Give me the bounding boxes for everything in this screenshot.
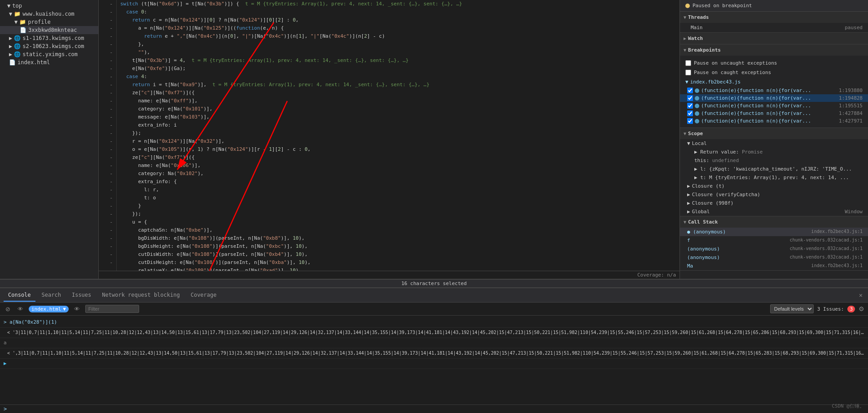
folder-icon: 🌐 (14, 43, 21, 49)
call-stack-header[interactable]: Call Stack (680, 216, 868, 228)
console-output-line-1: < ',3|11|0,7|11|1,10|11|5,14|11|7,25|11|… (0, 348, 868, 359)
paused-badge: Paused on breakpoint (680, 0, 868, 12)
scope-item-label: ▶ t: M {tryEntries: Array(1), prev: 4, n… (694, 175, 849, 180)
folder-icon: 🌐 (14, 51, 21, 57)
eye-button[interactable]: 👁 (16, 305, 25, 313)
bp-item-2[interactable]: (function(e){function n(n){for(var... 1:… (680, 102, 868, 110)
scope-closure-vc[interactable]: ▶ Closure (verifyCaptcha) (680, 190, 868, 199)
clear-console-button[interactable]: ⊘ (4, 305, 12, 313)
debugger-panel: Paused on breakpoint Threads Main paused… (679, 0, 868, 279)
code-line: ze["c"][Na("0xf7")]({ (120, 154, 676, 162)
scope-item-label: ▶ Return value: Promise (694, 149, 763, 155)
expand-icon: ▼ (7, 3, 10, 9)
folder-icon: 🌐 (14, 35, 21, 41)
bp-fn-1: (function(e){function n(n){for(var... (701, 95, 811, 101)
file-tree-item-index[interactable]: 📄 index.html (0, 58, 98, 66)
bp-check-1[interactable] (687, 95, 693, 101)
expand-icon: ▼ (9, 11, 12, 17)
bp-dot-2 (695, 104, 699, 108)
watch-chevron (684, 36, 686, 41)
file-tree-label: static.yximgs.com (22, 51, 78, 57)
file-tree-item-static[interactable]: ▶ 🌐 static.yximgs.com (0, 50, 98, 58)
file-tree-item-3xxb[interactable]: 📄 3xxbkwd8mknteac (0, 26, 98, 34)
cs-item-1[interactable]: f chunk-vendors.032cacad.js:1 (680, 236, 868, 245)
code-line: switch (t[Na("0x6d")] = t[Na("0x3b")]) {… (120, 0, 676, 8)
scope-global-type: Window (845, 209, 863, 215)
file-tree-label: www.kuaishou.com (22, 11, 75, 17)
scope-global[interactable]: ▶ Global Window (680, 207, 868, 216)
tab-actions: × (857, 291, 864, 300)
bp-item-1[interactable]: (function(e){function n(n){for(var... 1:… (680, 94, 868, 102)
tab-issues[interactable]: Issues (67, 289, 96, 302)
file-tree-label: index.html (18, 59, 50, 66)
watch-section: Watch (680, 33, 868, 44)
folder-icon: 📁 (19, 19, 26, 25)
tab-coverage[interactable]: Coverage (186, 289, 221, 302)
threads-header[interactable]: Threads (680, 12, 868, 23)
prompt-symbol: > (4, 406, 7, 412)
bp-item-4[interactable]: (function(e){function n(n){for(var... 1:… (680, 117, 868, 125)
bp-fn-0: (function(e){function n(n){for(var... (701, 88, 811, 93)
scope-local[interactable]: ▼ Local (680, 139, 868, 148)
bp-item-0[interactable]: (function(e){function n(n){for(var... 1:… (680, 87, 868, 94)
code-panel: - - - - - - - - - - - - - - - - - - - - (99, 0, 679, 279)
code-line: ""), (120, 48, 676, 57)
bp-dot-1 (695, 96, 699, 101)
bp-dot-3 (695, 111, 699, 116)
bp-item-3[interactable]: (function(e){function n(n){for(var... 1:… (680, 110, 868, 117)
file-tree-label: profile (28, 19, 51, 25)
file-tree-item-s2[interactable]: ▶ 🌐 s2-10623.kwimgs.com (0, 42, 98, 50)
scope-group-label: Closure (verifyCaptcha) (692, 192, 760, 198)
scope-group-label: Global (692, 209, 710, 215)
file-tree-item-profile[interactable]: ▼ 📁 profile (0, 18, 98, 26)
bp-check-0[interactable] (687, 88, 693, 93)
threads-label: Threads (688, 14, 709, 20)
file-badge[interactable]: index.html ▼ (29, 306, 69, 312)
expand-icon: ▼ (14, 19, 18, 25)
pause-uncaught-input[interactable] (685, 60, 691, 66)
filter-input[interactable] (85, 305, 139, 313)
tab-console[interactable]: Console (4, 289, 35, 302)
bp-line-1: 1:194828 (839, 95, 863, 101)
pause-caught-check[interactable]: Pause on caught exceptions (680, 68, 868, 77)
cs-item-4[interactable]: Ma index.fb2bec43.js:1 (680, 262, 868, 270)
watch-header[interactable]: Watch (680, 33, 868, 44)
file-tree-label-top: top (12, 3, 22, 9)
scope-t: ▶ t: M {tryEntries: Array(1), prev: 4, n… (680, 173, 868, 182)
cs-item-3[interactable]: (anonymous) chunk-vendors.032cacad.js:1 (680, 253, 868, 262)
bp-fn-3: (function(e){function n(n){for(var... (701, 110, 811, 116)
pause-uncaught-check[interactable]: Pause on uncaught exceptions (680, 58, 868, 68)
code-line: } (120, 202, 676, 210)
tab-search[interactable]: Search (37, 289, 66, 302)
scope-closure-998f[interactable]: ▶ Closure (998f) (680, 199, 868, 207)
settings-button[interactable]: ⚙ (859, 305, 864, 312)
cs-file-3: chunk-vendors.032cacad.js:1 (789, 255, 863, 260)
watch-icon-button[interactable]: 👁 (72, 305, 82, 313)
code-line: extra_info: { (120, 178, 676, 186)
file-tree-item-s1[interactable]: ▶ 🌐 s1-11673.kwimgs.com (0, 34, 98, 42)
bp-check-3[interactable] (687, 110, 693, 116)
console-prompt-input[interactable] (9, 406, 864, 412)
scope-closure-t[interactable]: ▶ Closure (t) (680, 182, 868, 190)
cs-item-2[interactable]: (anonymous) chunk-vendors.032cacad.js:1 (680, 245, 868, 253)
pause-caught-input[interactable] (685, 70, 691, 75)
watermark: CSDN @仨锤。 (832, 403, 864, 409)
tab-network-request-blocking[interactable]: Network request blocking (97, 289, 184, 302)
close-devtools-button[interactable]: × (857, 291, 864, 300)
breakpoints-section: Breakpoints Pause on uncaught exceptions… (680, 44, 868, 128)
cs-fn-0: ● (anonymous) (687, 229, 726, 235)
file-tree-item-kuaishou[interactable]: ▼ 📁 www.kuaishou.com (0, 10, 98, 18)
level-select[interactable]: Default levels Verbose Info Warnings Err… (770, 304, 814, 313)
code-line: return c = n[Na("0x124")][0] ? n[Na("0x1… (120, 16, 676, 24)
bp-fn-4: (function(e){function n(n){for(var... (701, 118, 811, 124)
scope-l: ▶ l: {zKpqt: 'kwaicaptcha_timeout', nIJR… (680, 165, 868, 173)
scope-header[interactable]: Scope (680, 128, 868, 139)
cs-item-0[interactable]: ● (anonymous) index.fb2bec43.js:1 (680, 228, 868, 236)
threads-chevron (684, 15, 686, 20)
scope-expand-icon: ▼ (687, 141, 690, 146)
console-output-line-0: < '3|11|0,7|11|1,10|11|5,14|11|7,25|11|1… (0, 328, 868, 338)
bp-check-2[interactable] (687, 103, 693, 109)
breakpoints-header[interactable]: Breakpoints (680, 44, 868, 56)
bp-check-4[interactable] (687, 118, 693, 124)
file-tree-item-top[interactable]: ▼ top (0, 2, 98, 10)
